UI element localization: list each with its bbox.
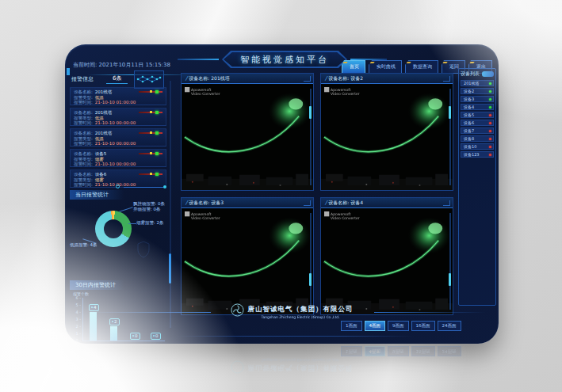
video-scrollbar-thumb[interactable] (449, 273, 451, 286)
alarm-field-label: 报警类型: (74, 157, 93, 162)
device-status-dot (489, 90, 491, 93)
device-row-1[interactable]: 201线塔 (461, 80, 494, 86)
alarm-card[interactable]: 设备名称:201线塔报警类型:低温报警时间:21-10-10 01:00:00 (70, 87, 166, 105)
alarm-field-label: 报警时间: (74, 141, 93, 147)
layout-button-9画面[interactable]: 9画面 (388, 321, 409, 331)
video-scrollbar-thumb[interactable] (309, 273, 312, 286)
slider-knob-green[interactable] (155, 90, 159, 93)
slider-knob-green[interactable] (155, 131, 159, 135)
video-panel-2: /设备名称: 设备2ApowersoftVideo Converter (320, 73, 453, 191)
layout-button-9画面[interactable]: 9画面 (388, 346, 409, 356)
layout-button-24画面[interactable]: 24画面 (438, 346, 461, 356)
current-time: 当前时间: 2021年10月11日 15:15:38 (73, 61, 170, 69)
device-name: 设备6 (464, 120, 474, 125)
slider-knob-green[interactable] (155, 152, 159, 155)
device-row-3[interactable]: 设备3 (461, 96, 494, 102)
monthly-alarm-bar-chart: 报警个数 0 -1 -2 -3 -4 -5 -6 -4低温2烟雾0异物0飘挂物 (71, 291, 168, 344)
device-status-dot (489, 146, 491, 148)
device-list-title: 设备列表 (461, 70, 480, 78)
nav-button-3[interactable]: 数据查询 (405, 60, 438, 74)
layout-button-1画面[interactable]: 1画面 (341, 346, 362, 356)
device-row-10[interactable]: 设备123 (461, 151, 494, 158)
slider-knob-yellow[interactable] (150, 131, 152, 134)
device-row-5[interactable]: 设备5 (461, 112, 494, 118)
video-panel-3: /设备名称: 设备3ApowersoftVideo Converter (181, 197, 314, 315)
video-feed[interactable]: ApowersoftVideo Converter (182, 84, 313, 190)
alarm-card[interactable]: 设备名称:设备5报警类型:烟雾报警时间:21-10-10 00:00:00 (70, 149, 166, 167)
video-scrollbar-track[interactable] (449, 213, 451, 310)
device-row-4[interactable]: 设备4 (461, 104, 494, 110)
video-panel-1: /设备名称: 201线塔ApowersoftVideo Converter (181, 73, 314, 191)
video-scrollbar-thumb[interactable] (309, 106, 312, 119)
alarm-level-slider[interactable] (139, 153, 162, 154)
alarm-field-value: 201线塔 (95, 110, 113, 116)
alarm-field-label: 报警类型: (74, 116, 93, 121)
layout-button-16画面[interactable]: 16画面 (411, 346, 435, 356)
slider-knob-yellow[interactable] (150, 152, 152, 154)
video-feed[interactable]: ApowersoftVideo Converter (182, 208, 313, 314)
alarm-field-label: 报警时间: (74, 100, 93, 105)
layout-button-4画面[interactable]: 4画面 (365, 321, 386, 331)
device-search-button[interactable] (482, 71, 494, 77)
y-tick: 3 - (71, 317, 81, 322)
company-name-en: Tangshan Zhicheng Electric (Group) Co.,L… (261, 314, 339, 318)
alarm-level-slider[interactable] (139, 112, 162, 113)
alarm-level-slider[interactable] (139, 132, 162, 134)
video-scrollbar-track[interactable] (310, 89, 312, 185)
watermark: ApowersoftVideo Converter (185, 211, 220, 220)
video-panel-title: 设备名称: 设备2 (328, 75, 363, 82)
layout-button-4画面[interactable]: 4画面 (365, 346, 386, 356)
alarm-field-label: 设备名称: (74, 110, 93, 116)
watermark-logo-icon (185, 87, 189, 92)
alarm-level-slider[interactable] (139, 91, 162, 93)
video-scrollbar-track[interactable] (310, 213, 312, 310)
slider-knob-yellow[interactable] (150, 111, 152, 113)
alarm-card[interactable]: 设备名称:201线塔报警类型:低温报警时间:21-10-10 00:00:00 (70, 128, 166, 147)
device-status-dot (489, 154, 491, 156)
title-wing-left (178, 59, 219, 60)
video-feed[interactable]: ApowersoftVideo Converter (321, 84, 453, 190)
daily-alarm-stats-section: 当日报警统计 飘挂物报警: 0条异物报警: 0条 烟雾报警: 2条 低温报警: … (70, 190, 170, 269)
device-row-2[interactable]: 设备2 (461, 88, 494, 94)
device-name: 设备10 (464, 144, 476, 149)
video-scrollbar-track[interactable] (449, 89, 451, 185)
section-decoration (71, 185, 165, 189)
alarm-field-label: 设备名称: (74, 131, 93, 136)
slider-knob-yellow[interactable] (150, 90, 152, 93)
device-row-7[interactable]: 设备7 (461, 127, 494, 134)
layout-button-24画面[interactable]: 24画面 (438, 321, 461, 331)
device-row-8[interactable]: 设备8 (461, 135, 494, 142)
slider-knob-green[interactable] (155, 173, 159, 176)
y-tick: 6 - (71, 295, 81, 300)
device-name: 设备4 (464, 105, 474, 109)
device-row-9[interactable]: 设备10 (461, 143, 494, 150)
device-rows: 201线塔设备2设备3设备4设备5设备6设备7设备8设备10设备123 (461, 80, 494, 158)
sidebar-scrollbar-thumb[interactable] (169, 253, 171, 284)
nav-button-1[interactable]: 首页 (342, 60, 365, 74)
screen-layout-buttons: 1画面4画面9画面16画面24画面 (341, 321, 461, 331)
video-feed[interactable]: ApowersoftVideo Converter (321, 208, 453, 314)
device-list-panel: 设备列表 201线塔设备2设备3设备4设备5设备6设备7设备8设备10设备123 (458, 68, 496, 306)
alarm-card[interactable]: 设备名称:201线塔报警类型:低温报警时间:21-10-10 00:00:00 (70, 108, 166, 126)
slider-knob-yellow[interactable] (150, 173, 152, 175)
device-name: 设备7 (464, 128, 474, 133)
alarm-field-value: 烟雾 (95, 177, 104, 183)
alarm-level-slider[interactable] (139, 173, 162, 175)
device-row-6[interactable]: 设备6 (461, 120, 494, 126)
alarm-field-label: 报警类型: (74, 136, 93, 142)
alarm-field-value: 201线塔 (95, 89, 113, 95)
alarm-sidebar: 报警信息 6条 设备名称:201线塔报警类型:低温报警时间:21-10-10 0… (70, 73, 171, 336)
nav-button-2[interactable]: 实时曲线 (369, 60, 402, 74)
device-status-dot (489, 82, 491, 85)
sidebar-scrollbar-track[interactable] (170, 81, 171, 328)
slider-knob-green[interactable] (155, 111, 159, 114)
video-scrollbar-thumb[interactable] (449, 106, 451, 119)
device-name: 设备8 (464, 136, 474, 141)
layout-button-16画面[interactable]: 16画面 (411, 321, 435, 331)
video-grid: /设备名称: 201线塔ApowersoftVideo Converter/设备… (181, 73, 453, 315)
company-name-cn: 唐山智诚电气（集团）有限公司 (248, 305, 354, 314)
layout-button-1画面[interactable]: 1画面 (341, 321, 362, 331)
dashboard-screen: 当前时间: 2021年10月11日 15:15:38 智能视觉感知平台 首页实时… (65, 44, 499, 344)
alarm-field-value: 低温 (95, 95, 104, 101)
bar-烟雾 (110, 326, 117, 341)
